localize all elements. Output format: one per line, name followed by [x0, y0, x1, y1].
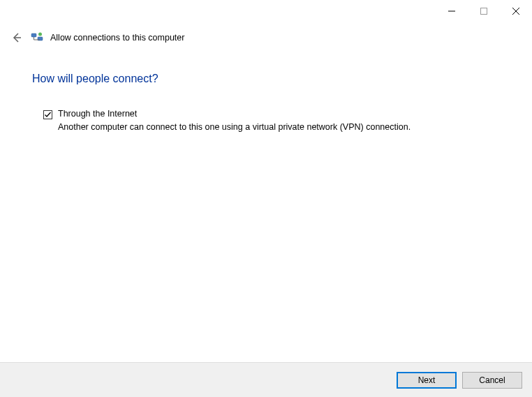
- option-description: Another computer can connect to this one…: [58, 121, 421, 134]
- next-button[interactable]: Next: [397, 372, 457, 389]
- minimize-button[interactable]: [436, 0, 468, 22]
- back-button[interactable]: [10, 31, 24, 45]
- checkmark-icon: [44, 111, 52, 119]
- page-heading: How will people connect?: [32, 73, 504, 85]
- svg-rect-5: [31, 33, 36, 37]
- svg-rect-1: [481, 8, 487, 15]
- option-internet: Through the Internet Another computer ca…: [43, 109, 504, 134]
- cancel-button[interactable]: Cancel: [462, 372, 522, 389]
- option-label: Through the Internet: [58, 109, 504, 119]
- footer: Next Cancel: [0, 362, 532, 397]
- close-button[interactable]: [500, 0, 532, 22]
- back-arrow-icon: [10, 31, 23, 44]
- minimize-icon: [448, 8, 455, 15]
- header-row: Allow connections to this computer: [10, 31, 522, 45]
- option-text: Through the Internet Another computer ca…: [58, 109, 504, 134]
- maximize-button[interactable]: [468, 0, 500, 22]
- titlebar: [436, 0, 532, 22]
- checkbox-through-internet[interactable]: [43, 110, 52, 119]
- network-wizard-icon: [31, 31, 43, 44]
- window-title: Allow connections to this computer: [50, 33, 184, 43]
- svg-point-9: [38, 33, 42, 36]
- content-area: How will people connect? Through the Int…: [32, 73, 504, 134]
- maximize-icon: [480, 8, 487, 15]
- close-icon: [512, 8, 519, 15]
